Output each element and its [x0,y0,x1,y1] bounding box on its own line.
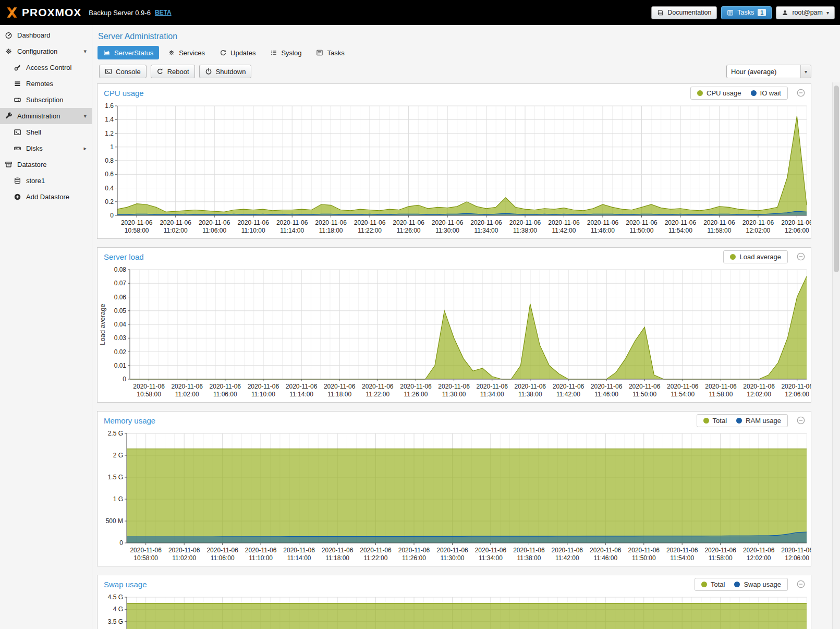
tab-syslog[interactable]: Syslog [264,46,307,59]
panel-memory: Memory usageTotalRAM usage0500 M1 G1.5 G… [97,411,811,566]
svg-text:11:42:00: 11:42:00 [555,554,579,562]
svg-text:11:34:00: 11:34:00 [480,391,504,398]
legend-dot [736,418,742,424]
sidebar-item-label: Add Datastore [26,193,69,201]
sidebar-item-subscription[interactable]: Subscription [0,92,92,108]
vertical-scrollbar[interactable] [832,82,840,629]
sidebar-item-store1[interactable]: store1 [0,173,92,189]
sidebar-item-shell[interactable]: Shell [0,124,92,140]
svg-text:2 G: 2 G [113,452,123,459]
sidebar-item-administration[interactable]: Administration▾ [0,108,92,124]
svg-text:0.6: 0.6 [105,171,114,178]
tab-tasks[interactable]: Tasks [310,46,350,59]
svg-text:1.5 G: 1.5 G [108,474,123,481]
collapse-icon[interactable] [797,580,805,588]
user-menu-button[interactable]: root@pam ▾ [776,6,835,19]
sidebar-item-datastore[interactable]: Datastore [0,156,92,173]
legend-item: Load average [730,253,781,261]
tasks-button[interactable]: Tasks 1 [721,6,772,19]
collapse-icon[interactable] [797,89,805,97]
svg-text:11:02:00: 11:02:00 [175,391,199,398]
combo-arrow-icon[interactable]: ▾ [800,65,811,78]
sidebar-item-label: store1 [26,177,45,185]
svg-text:11:42:00: 11:42:00 [556,391,580,398]
app: PROXMOX Backup Server 0.9-6 BETA Documen… [0,0,840,629]
top-header: PROXMOX Backup Server 0.9-6 BETA Documen… [0,0,840,25]
sidebar-item-remotes[interactable]: Remotes [0,76,92,92]
svg-text:2020-11-06: 2020-11-06 [705,383,737,390]
panel-title: Memory usage [104,416,155,425]
svg-text:2020-11-06: 2020-11-06 [666,547,698,554]
svg-text:500 M: 500 M [106,517,123,525]
svg-text:2020-11-06: 2020-11-06 [130,547,162,554]
svg-text:0.01: 0.01 [114,362,127,369]
svg-text:11:18:00: 11:18:00 [319,227,343,234]
collapse-icon[interactable] [797,252,805,261]
svg-text:2.5 G: 2.5 G [108,430,123,437]
svg-text:10:58:00: 10:58:00 [133,554,158,562]
gears-icon [5,47,13,55]
svg-text:2020-11-06: 2020-11-06 [665,219,697,226]
chart-legend: TotalSwap usage [695,578,788,591]
svg-text:1.6: 1.6 [105,102,114,110]
panel-title: Server load [104,252,144,261]
sidebar-menu: DashboardConfiguration▾Access ControlRem… [0,25,92,629]
beta-link[interactable]: BETA [155,9,172,16]
svg-text:11:38:00: 11:38:00 [513,227,537,234]
tab-label: ServerStatus [114,49,153,57]
caret-down-icon: ▾ [83,113,87,119]
sidebar-item-dashboard[interactable]: Dashboard [0,27,92,43]
svg-text:11:10:00: 11:10:00 [249,554,273,562]
panel-title: Swap usage [104,580,147,589]
reboot-button[interactable]: Reboot [151,65,195,78]
shutdown-button[interactable]: Shutdown [199,65,252,78]
legend-dot [734,582,740,587]
svg-text:12:02:00: 12:02:00 [747,391,771,398]
sidebar-item-access-control[interactable]: Access Control [0,59,92,76]
legend-item: CPU usage [697,89,741,97]
sidebar-item-configuration[interactable]: Configuration▾ [0,43,92,59]
shutdown-label: Shutdown [216,68,246,76]
svg-text:2020-11-06: 2020-11-06 [553,383,585,390]
svg-text:11:18:00: 11:18:00 [327,391,351,398]
tab-label: Tasks [327,49,344,57]
console-button[interactable]: Console [99,65,147,78]
tasks-icon [316,49,323,56]
reboot-label: Reboot [167,68,189,76]
tab-serverstatus[interactable]: ServerStatus [98,46,159,59]
sidebar-item-disks[interactable]: Disks▸ [0,140,92,156]
timeframe-select[interactable]: Hour (average) ▾ [726,65,811,78]
chart-legend: CPU usageIO wait [690,87,788,100]
svg-text:1.4: 1.4 [105,116,114,123]
list-icon [270,49,277,56]
sidebar-item-add-datastore[interactable]: Add Datastore [0,189,92,205]
legend-item: RAM usage [736,417,781,425]
legend-label: Load average [739,253,781,261]
panel-header: CPU usageCPU usageIO wait [98,84,811,102]
product-version: Backup Server 0.9-6 [89,9,151,17]
legend-dot [751,90,757,96]
svg-text:0.07: 0.07 [114,280,127,287]
reboot-icon [156,68,164,75]
collapse-icon[interactable] [797,416,805,425]
terminal-icon [14,128,21,136]
svg-text:0: 0 [123,376,126,383]
scrollbar-thumb[interactable] [834,86,839,272]
svg-text:0.03: 0.03 [114,334,127,342]
tab-updates[interactable]: Updates [214,46,261,59]
documentation-button[interactable]: Documentation [651,6,717,19]
legend-item: Total [703,417,727,425]
legend-dot [697,90,703,96]
caret-right-icon: ▸ [83,145,87,152]
legend-label: IO wait [760,89,781,97]
panel-header: Server loadLoad average [98,248,811,265]
chart-cpu: 00.20.40.60.811.21.41.62020-11-0610:58:0… [98,102,811,238]
tab-services[interactable]: Services [162,46,211,59]
svg-text:2020-11-06: 2020-11-06 [436,547,468,554]
svg-text:4.5 G: 4.5 G [108,594,123,601]
user-label: root@pam [792,9,823,16]
svg-text:2020-11-06: 2020-11-06 [286,383,318,390]
svg-text:11:10:00: 11:10:00 [241,227,265,234]
svg-text:2020-11-06: 2020-11-06 [354,219,386,226]
svg-text:11:06:00: 11:06:00 [202,227,226,234]
